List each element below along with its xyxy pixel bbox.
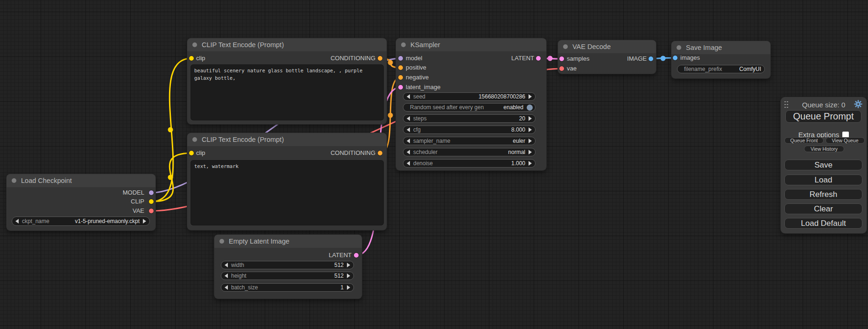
model-input-port[interactable] <box>398 56 403 61</box>
decrement-arrow-icon[interactable] <box>407 116 410 121</box>
model-output-port[interactable] <box>149 190 154 195</box>
node-load-checkpoint[interactable]: Load Checkpoint MODEL CLIP VAE ckpt_name… <box>7 174 155 231</box>
widget-value: 8.000 <box>511 126 525 133</box>
image-output-port[interactable] <box>649 56 653 61</box>
collapse-dot-icon[interactable] <box>192 42 197 47</box>
clip-output-port[interactable] <box>149 199 154 204</box>
increment-arrow-icon[interactable] <box>529 150 532 154</box>
collapse-dot-icon[interactable] <box>677 45 681 50</box>
batch-size-widget[interactable]: batch_size 1 <box>221 283 354 292</box>
node-title-bar[interactable]: Load Checkpoint <box>7 174 155 187</box>
increment-arrow-icon[interactable] <box>529 127 532 132</box>
node-title-bar[interactable]: Empty Latent Image <box>214 235 362 248</box>
increment-arrow-icon[interactable] <box>529 139 532 143</box>
increment-arrow-icon[interactable] <box>347 263 350 267</box>
node-title-bar[interactable]: CLIP Text Encode (Prompt) <box>187 133 387 146</box>
positive-input-port[interactable] <box>398 65 403 70</box>
graph-canvas[interactable]: Load Checkpoint MODEL CLIP VAE ckpt_name… <box>0 0 868 329</box>
refresh-button[interactable]: Refresh <box>784 189 862 200</box>
images-input-port[interactable] <box>673 56 677 60</box>
link-midpoint-dot[interactable] <box>388 113 393 118</box>
increment-arrow-icon[interactable] <box>529 94 532 99</box>
view-queue-button[interactable]: View Queue <box>826 137 865 144</box>
decrement-arrow-icon[interactable] <box>225 285 228 290</box>
decrement-arrow-icon[interactable] <box>225 273 228 278</box>
decrement-arrow-icon[interactable] <box>225 263 228 267</box>
collapse-dot-icon[interactable] <box>192 137 197 142</box>
load-button[interactable]: Load <box>784 175 862 185</box>
node-vae-decode[interactable]: VAE Decode samples vae IMAGE <box>558 40 656 74</box>
link-midpoint-dot[interactable] <box>388 60 393 65</box>
latent-output-port[interactable] <box>354 253 359 258</box>
increment-arrow-icon[interactable] <box>529 116 532 121</box>
positive-prompt-textarea[interactable]: beautiful scenery nature glass bottle la… <box>191 65 383 120</box>
increment-arrow-icon[interactable] <box>347 273 350 278</box>
clip-input-port[interactable] <box>189 151 194 155</box>
decrement-arrow-icon[interactable] <box>407 161 410 166</box>
decrement-arrow-icon[interactable] <box>15 219 19 224</box>
link-midpoint-dot[interactable] <box>548 56 553 61</box>
node-title-bar[interactable]: CLIP Text Encode (Prompt) <box>187 38 387 51</box>
toggle-knob-icon[interactable] <box>527 105 533 111</box>
node-save-image[interactable]: Save Image images filename_prefix ComfyU… <box>671 41 770 78</box>
cfg-widget[interactable]: cfg 8.000 <box>403 126 536 134</box>
height-widget[interactable]: height 512 <box>221 272 354 280</box>
node-title-bar[interactable]: VAE Decode <box>558 40 656 53</box>
filename-prefix-widget[interactable]: filename_prefix ComfyUI <box>677 65 765 73</box>
clear-button[interactable]: Clear <box>784 203 862 214</box>
node-ksampler[interactable]: KSampler model positive negative latent_… <box>396 38 546 170</box>
seed-widget[interactable]: seed 156680208700286 <box>403 92 536 101</box>
node-title-text: Empty Latent Image <box>229 238 289 245</box>
collapse-dot-icon[interactable] <box>12 178 16 183</box>
queue-front-button[interactable]: Queue Front <box>784 137 824 144</box>
node-title-text: KSampler <box>410 41 440 49</box>
random-seed-toggle-widget[interactable]: Random seed after every gen enabled <box>403 103 536 112</box>
widget-value: 20 <box>519 115 525 122</box>
vae-output-port[interactable] <box>149 209 154 213</box>
input-label-images: images <box>680 54 700 62</box>
decrement-arrow-icon[interactable] <box>407 139 410 143</box>
conditioning-output-port[interactable] <box>378 56 382 61</box>
conditioning-output-port[interactable] <box>378 151 382 155</box>
settings-gear-icon[interactable] <box>854 100 862 108</box>
link-midpoint-dot[interactable] <box>661 56 666 61</box>
denoise-widget[interactable]: denoise 1.000 <box>403 159 536 168</box>
latent-image-input-port[interactable] <box>398 85 403 90</box>
increment-arrow-icon[interactable] <box>143 219 146 224</box>
decrement-arrow-icon[interactable] <box>407 150 410 154</box>
widget-value: 156680208700286 <box>479 93 525 100</box>
node-empty-latent-image[interactable]: Empty Latent Image LATENT width 512 heig… <box>214 235 362 299</box>
link-midpoint-dot[interactable] <box>168 127 173 133</box>
view-history-button[interactable]: View History <box>804 146 844 152</box>
decrement-arrow-icon[interactable] <box>407 94 410 99</box>
queue-prompt-button[interactable]: Queue Prompt <box>785 110 861 123</box>
collapse-dot-icon[interactable] <box>401 42 406 47</box>
negative-prompt-textarea[interactable]: text, watermark <box>191 161 383 225</box>
widget-label: height <box>231 273 247 279</box>
node-clip-text-encode-negative[interactable]: CLIP Text Encode (Prompt) clip CONDITION… <box>187 133 387 230</box>
output-label-model: MODEL <box>123 189 144 197</box>
save-button[interactable]: Save <box>784 160 862 170</box>
widget-label: steps <box>413 115 427 122</box>
sampler-name-widget[interactable]: sampler_name euler <box>403 137 536 145</box>
increment-arrow-icon[interactable] <box>529 161 532 166</box>
steps-widget[interactable]: steps 20 <box>403 114 536 123</box>
link-midpoint-dot[interactable] <box>168 175 173 180</box>
node-title-bar[interactable]: Save Image <box>671 41 770 54</box>
increment-arrow-icon[interactable] <box>347 285 350 290</box>
vae-input-port[interactable] <box>559 66 564 71</box>
ckpt-name-widget[interactable]: ckpt_name v1-5-pruned-emaonly.ckpt <box>12 217 150 226</box>
clip-input-port[interactable] <box>189 56 194 61</box>
negative-input-port[interactable] <box>398 75 403 80</box>
collapse-dot-icon[interactable] <box>563 44 568 49</box>
node-title-bar[interactable]: KSampler <box>396 38 546 51</box>
width-widget[interactable]: width 512 <box>221 261 354 269</box>
latent-output-port[interactable] <box>536 56 541 61</box>
load-default-button[interactable]: Load Default <box>784 218 862 229</box>
node-clip-text-encode-positive[interactable]: CLIP Text Encode (Prompt) clip CONDITION… <box>187 38 387 124</box>
scheduler-widget[interactable]: scheduler normal <box>403 148 536 156</box>
node-title-text: Load Checkpoint <box>21 177 72 184</box>
samples-input-port[interactable] <box>559 56 564 61</box>
decrement-arrow-icon[interactable] <box>407 127 410 132</box>
collapse-dot-icon[interactable] <box>219 239 224 244</box>
